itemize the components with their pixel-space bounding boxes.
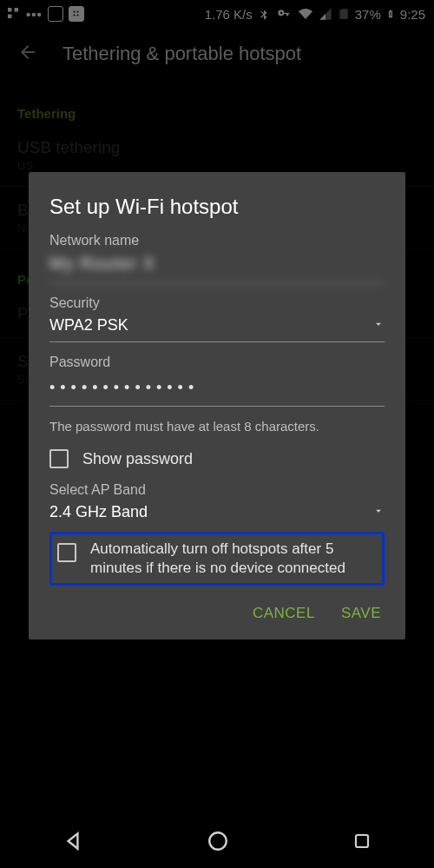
show-password-row[interactable]: Show password bbox=[49, 449, 385, 468]
save-button[interactable]: SAVE bbox=[341, 605, 381, 622]
security-label: Security bbox=[49, 295, 385, 311]
chevron-down-icon bbox=[372, 503, 385, 521]
network-name-input[interactable]: My Router X bbox=[49, 248, 385, 283]
auto-off-row[interactable]: Automatically turn off hotspots after 5 … bbox=[49, 532, 385, 586]
password-input[interactable]: •••••••••••••• bbox=[49, 370, 385, 407]
password-label: Password bbox=[49, 354, 385, 370]
svg-point-5 bbox=[209, 832, 227, 850]
dialog-actions: CANCEL SAVE bbox=[49, 598, 385, 627]
dialog-title: Set up Wi-Fi hotspot bbox=[49, 195, 385, 219]
ap-band-value: 2.4 GHz Band bbox=[49, 503, 148, 521]
network-name-label: Network name bbox=[49, 233, 385, 248]
security-value: WPA2 PSK bbox=[49, 316, 128, 335]
nav-home-icon[interactable] bbox=[207, 830, 229, 856]
cancel-button[interactable]: CANCEL bbox=[253, 605, 315, 622]
svg-rect-6 bbox=[356, 835, 368, 847]
auto-off-checkbox[interactable] bbox=[57, 543, 76, 562]
show-password-label: Show password bbox=[82, 450, 193, 468]
nav-back-icon[interactable] bbox=[62, 830, 84, 856]
password-hint: The password must have at least 8 charac… bbox=[49, 419, 385, 434]
nav-recent-icon[interactable] bbox=[352, 831, 372, 855]
security-dropdown[interactable]: WPA2 PSK bbox=[49, 311, 385, 342]
auto-off-label: Automatically turn off hotspots after 5 … bbox=[90, 540, 377, 578]
ap-band-dropdown[interactable]: 2.4 GHz Band bbox=[49, 498, 385, 528]
ap-band-label: Select AP Band bbox=[49, 482, 385, 498]
chevron-down-icon bbox=[372, 316, 385, 335]
show-password-checkbox[interactable] bbox=[49, 449, 69, 468]
android-navbar bbox=[0, 818, 434, 868]
wifi-hotspot-dialog: Set up Wi-Fi hotspot Network name My Rou… bbox=[29, 172, 405, 639]
